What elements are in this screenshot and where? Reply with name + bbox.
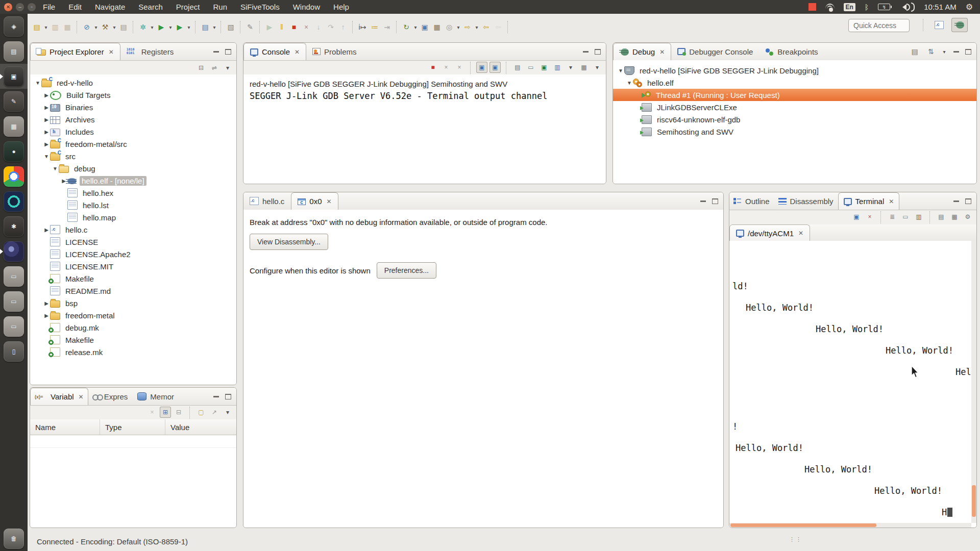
- disconnect-icon[interactable]: ×: [864, 211, 875, 222]
- terminal-hscrollbar[interactable]: [729, 523, 971, 528]
- disconnect-icon[interactable]: ×: [300, 21, 312, 33]
- maximize-view-icon[interactable]: [712, 198, 718, 204]
- menu-search[interactable]: Search: [138, 3, 163, 11]
- scroll-stderr-icon[interactable]: ▣: [489, 62, 501, 73]
- maximize-window-button[interactable]: ▫: [28, 3, 36, 11]
- view-menu-icon[interactable]: ▾: [222, 62, 233, 73]
- maximize-view-icon[interactable]: [595, 49, 601, 55]
- minimize-view-icon[interactable]: [213, 396, 219, 397]
- launcher-item-trash[interactable]: 🗑: [0, 526, 28, 551]
- forward-icon[interactable]: ⇦: [492, 21, 504, 33]
- paste-icon[interactable]: ▦: [949, 211, 960, 222]
- nav-next-icon[interactable]: ⇨: [461, 21, 474, 33]
- tree-item-bsp[interactable]: ▶bsp: [30, 297, 236, 309]
- bluetooth-icon[interactable]: ᛒ: [865, 3, 869, 11]
- launcher-item-dash[interactable]: ◈: [0, 14, 28, 39]
- dropdown-caret-icon[interactable]: ▾: [93, 21, 99, 33]
- show-logical-icon[interactable]: ≔: [369, 21, 381, 33]
- debug-perspective-button[interactable]: [951, 18, 968, 32]
- tree-item-binaries[interactable]: ▶Binaries: [30, 101, 236, 113]
- maximize-view-icon[interactable]: [965, 49, 971, 55]
- close-window-button[interactable]: ✕: [4, 3, 12, 11]
- menu-edit[interactable]: Edit: [68, 3, 82, 11]
- tree-item-hello-map[interactable]: hello.map: [30, 211, 236, 223]
- launcher-item-media-app[interactable]: ●: [0, 139, 28, 164]
- menu-window[interactable]: Window: [293, 3, 320, 11]
- scroll-lock-icon[interactable]: ≣: [887, 211, 898, 222]
- tree-item-debug-mk[interactable]: debug.mk: [30, 321, 236, 334]
- battery-icon[interactable]: ↯: [878, 4, 890, 10]
- self-host-icon[interactable]: ▣: [419, 21, 431, 33]
- quick-access-input[interactable]: [848, 19, 910, 32]
- open-console-icon[interactable]: ▦: [578, 62, 590, 73]
- close-tab-icon[interactable]: ✕: [798, 230, 803, 237]
- launcher-item-drive-1[interactable]: ▭: [0, 264, 28, 289]
- tab-expressions[interactable]: Expres: [88, 388, 133, 405]
- session-gear-icon[interactable]: ⚙: [966, 2, 973, 12]
- tab-ttyacm1[interactable]: /dev/ttyACM1 ✕: [729, 224, 810, 241]
- collapsed-caret-icon[interactable]: ▶: [43, 300, 50, 306]
- back-icon[interactable]: ⇦: [480, 21, 492, 33]
- tree-item-hello-lst[interactable]: hello.lst: [30, 199, 236, 211]
- pin-icon[interactable]: ◎: [443, 21, 455, 33]
- close-tab-icon[interactable]: ✕: [109, 48, 114, 56]
- menu-project[interactable]: Project: [176, 3, 200, 11]
- close-tab-icon[interactable]: ✕: [327, 198, 332, 205]
- minimize-view-icon[interactable]: [700, 201, 706, 202]
- dropdown-caret-icon[interactable]: ▾: [455, 21, 461, 33]
- column-value[interactable]: Value: [165, 419, 236, 435]
- collapsed-caret-icon[interactable]: ▶: [43, 105, 50, 110]
- debug-icon[interactable]: ✲: [137, 21, 149, 33]
- dropdown-caret-icon[interactable]: ▾: [167, 21, 174, 33]
- tab-hello-c[interactable]: hello.c: [243, 192, 291, 210]
- close-tab-icon[interactable]: ✕: [79, 393, 84, 400]
- tree-item-hello-elf[interactable]: ▼hello.elf: [613, 77, 976, 89]
- external-tools-icon[interactable]: ▶: [174, 21, 186, 33]
- collapsed-caret-icon[interactable]: ▶: [43, 129, 50, 135]
- column-type[interactable]: Type: [100, 419, 165, 435]
- column-name[interactable]: Name: [30, 419, 100, 435]
- tab-terminal[interactable]: Terminal ✕: [838, 192, 900, 210]
- keyboard-layout-indicator[interactable]: En: [844, 3, 855, 11]
- launcher-item-browser-dev[interactable]: [0, 189, 28, 214]
- tree-item-readme-md[interactable]: README.md: [30, 285, 236, 297]
- tree-item-hello-hex[interactable]: hello.hex: [30, 187, 236, 199]
- tree-item-license-mit[interactable]: LICENSE.MIT: [30, 260, 236, 272]
- menu-file[interactable]: File: [43, 3, 55, 11]
- expanded-caret-icon[interactable]: ▼: [52, 166, 59, 171]
- volume-icon[interactable]: [899, 3, 915, 12]
- word-wrap-icon[interactable]: ▤: [512, 62, 523, 73]
- view-menu-icon[interactable]: ▤: [909, 45, 921, 58]
- minimize-window-button[interactable]: –: [16, 3, 24, 11]
- preferences-button[interactable]: Preferences...: [377, 262, 436, 279]
- step-filters-icon[interactable]: ⇥: [381, 21, 393, 33]
- launcher-item-calculator[interactable]: ▦: [0, 114, 28, 139]
- tab-breakpoints[interactable]: Breakpoints: [760, 43, 824, 60]
- launcher-item-eclipse[interactable]: [0, 239, 28, 264]
- show-type-icon[interactable]: ×: [146, 407, 158, 418]
- launcher-item-usb-drive[interactable]: ▯: [0, 339, 28, 364]
- collapsed-caret-icon[interactable]: ▶: [43, 141, 50, 147]
- save-all-icon[interactable]: ▦: [61, 21, 74, 33]
- scroll-stdout-icon[interactable]: ▣: [476, 62, 487, 73]
- maximize-view-icon[interactable]: [965, 198, 971, 204]
- dropdown-caret-icon[interactable]: ▾: [412, 21, 419, 33]
- build-all-icon[interactable]: ▤: [117, 21, 130, 33]
- dropdown-caret-icon[interactable]: ▾: [474, 21, 480, 33]
- copy-icon[interactable]: ▤: [936, 211, 947, 222]
- tree-item-debug[interactable]: ▼debug: [30, 162, 236, 174]
- tree-item-makefile[interactable]: Makefile: [30, 272, 236, 285]
- tab-variables[interactable]: (x)= Variabl ✕: [30, 388, 88, 405]
- launcher-item-screenshot-tool[interactable]: ▣: [0, 64, 28, 89]
- tree-item-red-v-hello-sifive-gdb-segger-j-link-debugging[interactable]: ▼red-v-hello [SiFive GDB SEGGER J-Link D…: [613, 64, 976, 77]
- step-into-icon[interactable]: ↓: [312, 21, 325, 33]
- console-content[interactable]: red-v-hello [SiFive GDB SEGGER J-Link De…: [243, 74, 606, 184]
- close-tab-icon[interactable]: ✕: [659, 48, 665, 56]
- tree-item-makefile[interactable]: Makefile: [30, 334, 236, 346]
- minimize-view-icon[interactable]: [583, 51, 589, 53]
- tree-item-hello-c[interactable]: ▶hello.c: [30, 223, 236, 236]
- collapsed-caret-icon[interactable]: ▶: [43, 227, 50, 233]
- tree-item-semihosting-and-swv[interactable]: Semihosting and SWV: [613, 126, 976, 138]
- collapsed-caret-icon[interactable]: ▶: [43, 313, 50, 318]
- skip-breakpoints-icon[interactable]: ⊘: [81, 21, 93, 33]
